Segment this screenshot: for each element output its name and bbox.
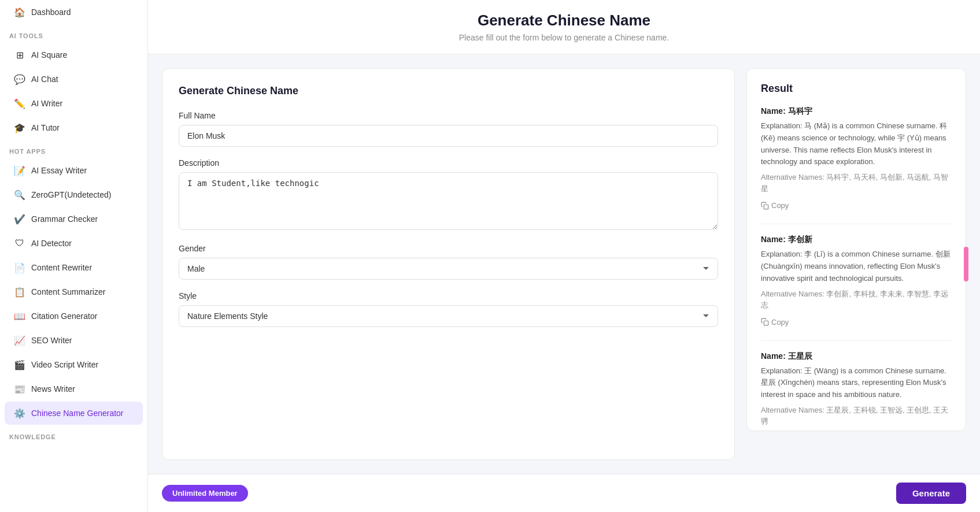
copy-label-2: Copy [771,318,789,327]
main-content: Generate Chinese Name Please fill out th… [148,0,980,512]
gender-group: Gender Male Female Other [179,244,718,280]
sidebar-item-dashboard[interactable]: 🏠 Dashboard [5,1,143,24]
sidebar-item-video-script-writer[interactable]: 🎬 Video Script Writer [5,353,143,376]
page-header: Generate Chinese Name Please fill out th… [148,0,980,54]
generate-button[interactable]: Generate [896,483,966,504]
sidebar-item-ai-detector[interactable]: 🛡 AI Detector [5,232,143,255]
style-select[interactable]: Nature Elements Style Classical Style Mo… [179,305,718,327]
page-title: Generate Chinese Name [167,12,961,29]
sidebar-item-zerogpt[interactable]: 🔍 ZeroGPT(Undetected) [5,183,143,206]
result-panel: Result Name: 马科宇 Explanation: 马 (Mǎ) is … [746,68,966,431]
sidebar-label-ai-essay-writer: AI Essay Writer [31,166,87,175]
sidebar-label-video-script-writer: Video Script Writer [31,360,98,369]
ai-tools-section-label: AI TOOLS [0,24,147,43]
full-name-label: Full Name [179,111,718,120]
sidebar-label-ai-chat: AI Chat [31,75,58,84]
grammar-checker-icon: ✔️ [14,213,25,225]
sidebar-label-content-rewriter: Content Rewriter [31,263,92,272]
sidebar-label-dashboard: Dashboard [31,8,71,17]
gender-label: Gender [179,244,718,253]
form-title: Generate Chinese Name [179,85,718,97]
result-title: Result [761,83,952,95]
result-name-1: Name: 马科宇 [761,106,952,117]
main-body: Generate Chinese Name Full Name Descript… [148,54,980,474]
ai-essay-writer-icon: 📝 [14,165,25,176]
form-panel: Generate Chinese Name Full Name Descript… [162,68,735,460]
sidebar-item-content-rewriter[interactable]: 📄 Content Rewriter [5,256,143,279]
pink-accent-decoration [964,247,968,281]
sidebar-item-ai-tutor[interactable]: 🎓 AI Tutor [5,116,143,139]
full-name-input[interactable] [179,125,718,147]
result-panel-wrapper: Result Name: 马科宇 Explanation: 马 (Mǎ) is … [746,68,966,460]
video-script-writer-icon: 🎬 [14,359,25,370]
content-rewriter-icon: 📄 [14,262,25,273]
seo-writer-icon: 📈 [14,335,25,346]
sidebar-label-ai-tutor: AI Tutor [31,123,60,132]
ai-square-icon: ⊞ [14,49,25,61]
result-alternatives-3: Alternative Names: 王星辰, 王科锐, 王智远, 王创思, 王… [761,405,952,427]
sidebar-item-chinese-name-generator[interactable]: ⚙️ Chinese Name Generator [5,402,143,425]
sidebar-label-ai-writer: AI Writer [31,99,62,108]
chinese-name-generator-icon: ⚙️ [14,407,25,419]
result-alternatives-2: Alternative Names: 李创新, 李科技, 李未来, 李智慧, 李… [761,288,952,311]
hot-apps-section-label: HOT APPS [0,140,147,158]
sidebar-item-seo-writer[interactable]: 📈 SEO Writer [5,329,143,352]
copy-button-1[interactable]: Copy [761,198,789,213]
description-group: Description I am Student,like technogic [179,158,718,232]
sidebar-item-grammar-checker[interactable]: ✔️ Grammar Checker [5,207,143,231]
ai-detector-icon: 🛡 [14,238,25,249]
sidebar-item-citation-generator[interactable]: 📖 Citation Generator [5,305,143,328]
ai-writer-icon: ✏️ [14,98,25,109]
sidebar-label-chinese-name-generator: Chinese Name Generator [31,409,124,418]
result-explanation-2: Explanation: 李 (Lǐ) is a common Chinese … [761,248,952,284]
sidebar-label-content-summarizer: Content Summarizer [31,287,105,296]
sidebar-label-ai-square: AI Square [31,50,67,60]
page-subtitle: Please fill out the form below to genera… [167,33,961,42]
result-explanation-1: Explanation: 马 (Mǎ) is a common Chinese … [761,120,952,168]
style-label: Style [179,291,718,300]
unlimited-member-button[interactable]: Unlimited Member [162,485,248,502]
ai-chat-icon: 💬 [14,73,25,85]
svg-rect-0 [764,205,768,209]
sidebar-item-content-summarizer[interactable]: 📋 Content Summarizer [5,280,143,303]
knowledge-section-label: KNOWLEDGE [0,425,147,444]
sidebar-label-seo-writer: SEO Writer [31,336,72,345]
full-name-group: Full Name [179,111,718,147]
description-label: Description [179,158,718,168]
copy-label-1: Copy [771,201,789,210]
copy-button-2[interactable]: Copy [761,314,789,330]
sidebar-item-ai-chat[interactable]: 💬 AI Chat [5,68,143,91]
result-item-1: Name: 马科宇 Explanation: 马 (Mǎ) is a commo… [761,106,952,224]
result-explanation-3: Explanation: 王 (Wáng) is a common Chines… [761,365,952,401]
content-summarizer-icon: 📋 [14,286,25,298]
news-writer-icon: 📰 [14,383,25,395]
sidebar-label-news-writer: News Writer [31,384,75,394]
result-name-2: Name: 李创新 [761,235,952,245]
footer-bar: Unlimited Member Generate [148,474,980,512]
svg-rect-1 [764,321,768,325]
sidebar-item-ai-square[interactable]: ⊞ AI Square [5,43,143,66]
result-item-2: Name: 李创新 Explanation: 李 (Lǐ) is a commo… [761,235,952,340]
sidebar-label-ai-detector: AI Detector [31,239,72,248]
sidebar: 🏠 Dashboard AI TOOLS ⊞ AI Square 💬 AI Ch… [0,0,148,512]
zerogpt-icon: 🔍 [14,189,25,201]
result-alternatives-1: Alternative Names: 马科宇, 马天科, 马创新, 马远航, 马… [761,172,952,194]
description-input[interactable]: I am Student,like technogic [179,172,718,230]
gender-select[interactable]: Male Female Other [179,258,718,280]
copy-button-3[interactable]: Copy [761,431,789,431]
result-name-3: Name: 王星辰 [761,351,952,362]
dashboard-icon: 🏠 [14,6,25,18]
ai-tutor-icon: 🎓 [14,122,25,133]
sidebar-label-grammar-checker: Grammar Checker [31,214,98,224]
sidebar-item-news-writer[interactable]: 📰 News Writer [5,377,143,400]
sidebar-label-citation-generator: Citation Generator [31,311,97,321]
result-item-3: Name: 王星辰 Explanation: 王 (Wáng) is a com… [761,351,952,431]
sidebar-label-zerogpt: ZeroGPT(Undetected) [31,190,112,199]
sidebar-item-ai-essay-writer[interactable]: 📝 AI Essay Writer [5,159,143,182]
citation-generator-icon: 📖 [14,310,25,322]
sidebar-item-ai-writer[interactable]: ✏️ AI Writer [5,92,143,115]
style-group: Style Nature Elements Style Classical St… [179,291,718,327]
